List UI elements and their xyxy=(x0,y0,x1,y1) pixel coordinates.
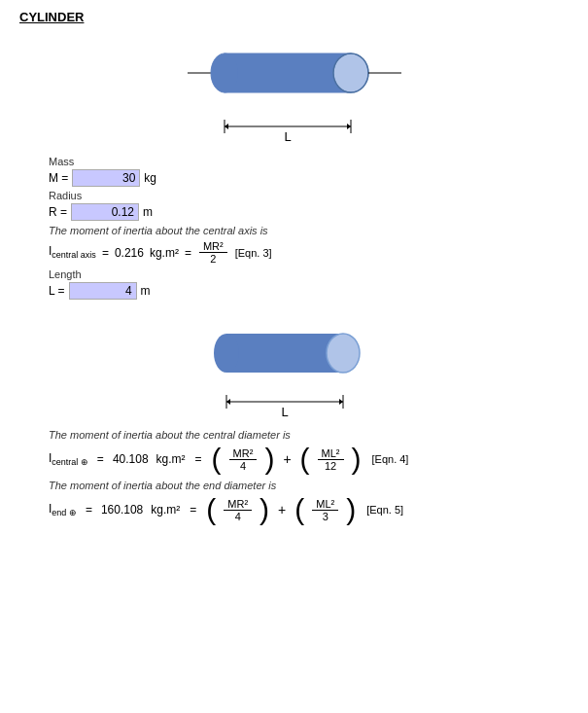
mass-input[interactable] xyxy=(72,169,140,187)
i-central-axis-sub: central axis xyxy=(52,251,96,261)
i-central-num2: ML² xyxy=(318,447,344,460)
i-end-eqn: [Eqn. 5] xyxy=(366,504,403,516)
radius-row: R = m xyxy=(49,203,569,221)
i-central-axis-eqn: [Eqn. 3] xyxy=(235,247,272,259)
central-diameter-result-row: Icentral ⊕ = 40.108 kg.m² = ( MR² 4 ) + … xyxy=(49,445,569,474)
i-central-axis-value: 0.216 xyxy=(115,246,144,260)
cylinder-svg-top xyxy=(188,34,401,112)
end-diameter-result-row: Iend ⊕ = 160.108 kg.m² = ( MR² 4 ) + ( M… xyxy=(49,495,569,524)
left-paren-1: ( xyxy=(212,445,222,474)
svg-rect-1 xyxy=(225,53,351,92)
right-paren-3: ) xyxy=(259,495,269,524)
svg-point-16 xyxy=(327,334,360,373)
svg-text:L: L xyxy=(284,129,291,144)
radius-unit: m xyxy=(143,205,153,219)
right-paren-1: ) xyxy=(264,445,274,474)
length-input[interactable] xyxy=(69,282,137,300)
end-diameter-text: The moment of inertia about the end diam… xyxy=(49,480,569,491)
central-axis-result-row: Icentral axis = 0.216 kg.m² = MR² 2 [Eqn… xyxy=(49,240,569,265)
i-end-unit: kg.m² xyxy=(151,503,180,517)
mass-var: M = xyxy=(49,171,68,185)
i-central-axis-eq2: = xyxy=(185,246,191,260)
i-end-den2: 3 xyxy=(319,511,332,522)
central-axis-text: The moment of inertia about the central … xyxy=(49,225,569,236)
i-end-eq: = xyxy=(86,503,92,517)
radius-var: R = xyxy=(49,205,67,219)
i-central-den2: 12 xyxy=(321,460,340,472)
svg-marker-20 xyxy=(226,399,230,405)
svg-point-15 xyxy=(214,334,239,373)
i-central-axis-eq: = xyxy=(102,246,109,260)
i-central-fraction2: ML² 12 xyxy=(318,447,344,472)
length-unit: m xyxy=(141,284,151,298)
i-central-eq: = xyxy=(97,452,104,466)
left-paren-3: ( xyxy=(206,495,216,524)
i-central-eqn: [Eqn. 4] xyxy=(372,453,409,465)
cylinder-diagram-top: L xyxy=(19,34,569,146)
i-central-label: Icentral ⊕ xyxy=(49,451,88,467)
i-central-eq2: = xyxy=(195,452,202,466)
svg-rect-14 xyxy=(226,334,343,373)
right-paren-4: ) xyxy=(346,495,356,524)
cylinder-svg-bottom xyxy=(197,319,392,387)
i-end-eq2: = xyxy=(190,503,196,517)
length-label: Length xyxy=(49,268,569,280)
i-central-fraction1: MR² 4 xyxy=(229,447,258,472)
i-end-sub: end ⊕ xyxy=(52,508,77,517)
central-diameter-text: The moment of inertia about the central … xyxy=(49,429,569,441)
radius-input[interactable] xyxy=(71,203,139,221)
i-central-den1: 4 xyxy=(236,460,250,472)
svg-marker-12 xyxy=(347,124,351,129)
i-central-axis-unit: kg.m² xyxy=(150,246,179,260)
left-paren-2: ( xyxy=(300,445,310,474)
mass-row: M = kg xyxy=(49,169,569,187)
i-end-num1: MR² xyxy=(224,498,252,511)
i-central-sub: central ⊕ xyxy=(52,457,88,467)
svg-point-2 xyxy=(211,53,238,92)
dimension-line-top: L xyxy=(188,112,401,146)
i-central-num1: MR² xyxy=(229,447,258,460)
i-central-axis-fraction: MR² 2 xyxy=(199,240,227,265)
mass-label: Mass xyxy=(49,156,569,167)
i-end-label: Iend ⊕ xyxy=(49,502,77,517)
inputs-section: Mass M = kg Radius R = m The moment of i… xyxy=(49,156,569,300)
i-central-value: 40.108 xyxy=(113,452,149,466)
i-central-axis-label: Icentral axis xyxy=(49,244,96,260)
i-end-num2: ML² xyxy=(312,498,338,511)
radius-label: Radius xyxy=(49,190,569,201)
bottom-results-section: The moment of inertia about the central … xyxy=(49,429,569,524)
i-end-value: 160.108 xyxy=(101,503,143,517)
plus-2: + xyxy=(278,502,286,517)
length-row: L = m xyxy=(49,282,569,300)
svg-text:L: L xyxy=(281,405,288,419)
cylinder-diagram-bottom: L xyxy=(19,319,569,421)
i-central-axis-denominator: 2 xyxy=(206,253,220,265)
plus-1: + xyxy=(283,451,291,467)
page-title: CYLINDER xyxy=(19,10,569,24)
i-central-unit: kg.m² xyxy=(156,452,186,466)
i-end-fraction1: MR² 4 xyxy=(224,498,252,522)
svg-marker-11 xyxy=(225,124,228,129)
i-end-den1: 4 xyxy=(231,511,245,522)
mass-unit: kg xyxy=(144,171,156,185)
svg-marker-21 xyxy=(339,399,343,405)
length-var: L = xyxy=(49,284,65,298)
i-end-fraction2: ML² 3 xyxy=(312,498,338,522)
i-central-axis-numerator: MR² xyxy=(199,240,227,253)
left-paren-4: ( xyxy=(294,495,304,524)
dimension-line-bottom: L xyxy=(197,387,392,421)
right-paren-2: ) xyxy=(352,445,362,474)
